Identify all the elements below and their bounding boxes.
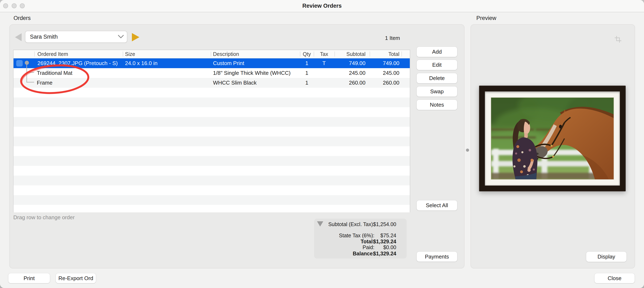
add-button[interactable]: Add <box>417 47 457 57</box>
preview-photo <box>491 98 614 179</box>
row-checkbox[interactable] <box>16 60 23 66</box>
print-mat <box>485 91 620 186</box>
framed-print-preview <box>479 86 626 191</box>
customer-dropdown[interactable]: Sara Smith <box>25 31 127 43</box>
totals-subtotal-row: Subtotal (Excl. Tax): $1,254.00 <box>314 221 407 227</box>
tree-branch-line <box>26 72 34 73</box>
table-row-main-item[interactable]: 269244_2307.JPG (Pretouch - S) 24.0 x 16… <box>14 58 410 68</box>
totals-balance-row: Balance: $1,329.24 <box>314 251 407 257</box>
cell-ordered-item: Frame <box>37 78 52 88</box>
tree-stem-line <box>26 65 27 82</box>
select-all-button[interactable]: Select All <box>417 200 457 211</box>
cell-tax: T <box>314 58 334 68</box>
print-button[interactable]: Print <box>8 273 50 283</box>
table-row-traditional-mat[interactable]: Traditional Mat 1/8" Single Thick White … <box>14 68 410 78</box>
notes-button[interactable]: Notes <box>417 100 457 110</box>
cell-qty: 1 <box>300 68 314 78</box>
woman-with-horse-photo <box>491 98 614 179</box>
tree-node-icon <box>25 61 29 65</box>
crop-icon[interactable] <box>614 35 622 43</box>
totals-paid-row: Paid: $0.00 <box>314 244 407 250</box>
col-header-description: Description <box>213 50 239 58</box>
totals-total-row: Total: $1,329.24 <box>314 239 407 244</box>
chevron-down-icon <box>118 35 124 38</box>
review-orders-window: Review Orders Orders Preview Sara Smith … <box>0 0 644 288</box>
titlebar: Review Orders <box>0 0 644 12</box>
totals-tax-row: State Tax (6%): $75.24 <box>314 233 407 238</box>
display-button[interactable]: Display <box>586 252 626 262</box>
col-header-size: Size <box>125 50 135 58</box>
table-row-frame[interactable]: Frame WHCC Slim Black 1 260.00 260.00 <box>14 78 410 88</box>
payments-button[interactable]: Payments <box>417 252 457 262</box>
empty-rows-area <box>14 88 410 212</box>
cell-subtotal: 749.00 <box>335 58 366 68</box>
panel-splitter-handle[interactable] <box>466 149 469 152</box>
previous-customer-icon[interactable] <box>15 33 22 41</box>
orders-section-label: Orders <box>14 15 31 21</box>
cell-total: 245.00 <box>366 68 400 78</box>
next-customer-icon[interactable] <box>132 33 139 41</box>
edit-button[interactable]: Edit <box>417 60 457 70</box>
cell-total: 260.00 <box>366 78 400 88</box>
preview-section-label: Preview <box>476 15 496 21</box>
cell-ordered-item: 269244_2307.JPG (Pretouch - S) <box>38 58 118 68</box>
window-title: Review Orders <box>0 0 644 12</box>
col-header-subtotal: Subtotal <box>335 50 366 58</box>
cell-description: Custom Print <box>213 58 244 68</box>
order-totals-box: Subtotal (Excl. Tax): $1,254.00 State Ta… <box>314 219 407 259</box>
col-header-ordered-item: Ordered Item <box>38 50 68 58</box>
cell-size: 24.0 x 16.0 in <box>125 58 158 68</box>
cell-description: 1/8" Single Thick White (WHCC) <box>213 68 290 78</box>
swap-button[interactable]: Swap <box>417 86 457 97</box>
cell-subtotal: 245.00 <box>335 68 366 78</box>
col-header-tax: Tax <box>314 50 334 58</box>
cell-description: WHCC Slim Black <box>213 78 256 88</box>
re-export-order-button[interactable]: Re-Export Ord <box>56 273 96 283</box>
col-header-total: Total <box>366 50 400 58</box>
tree-branch-line <box>26 82 34 82</box>
item-count-label: 1 Item <box>312 35 400 41</box>
cell-total: 749.00 <box>366 58 400 68</box>
col-header-qty: Qty <box>300 50 314 58</box>
cell-qty: 1 <box>300 78 314 88</box>
table-header: Ordered Item Size Description Qty Tax Su… <box>14 50 410 58</box>
drag-hint-text: Drag row to change order <box>13 214 75 221</box>
close-button[interactable]: Close <box>594 273 635 283</box>
cell-qty: 1 <box>300 58 314 68</box>
customer-dropdown-value: Sara Smith <box>30 31 58 42</box>
cell-ordered-item: Traditional Mat <box>37 68 72 78</box>
delete-button[interactable]: Delete <box>417 73 457 83</box>
cell-subtotal: 260.00 <box>335 78 366 88</box>
order-items-table: Ordered Item Size Description Qty Tax Su… <box>13 50 410 212</box>
